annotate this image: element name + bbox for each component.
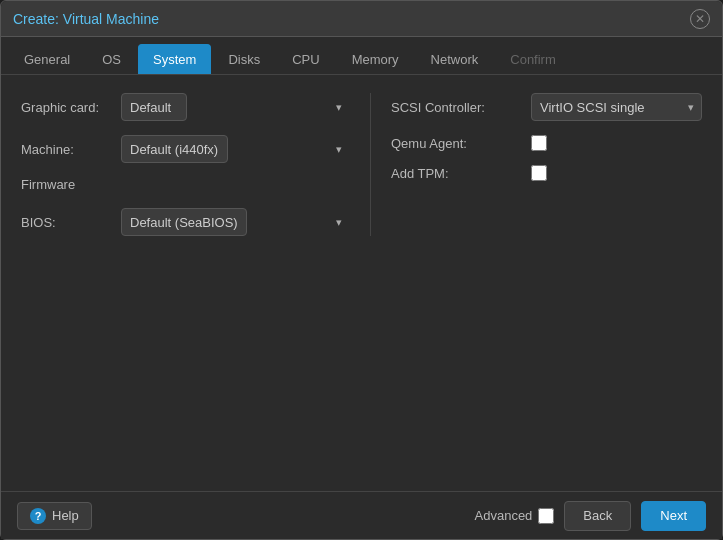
left-section: Graphic card: Default VirtIO VMware SPIC… — [21, 93, 350, 236]
add-tpm-checkbox-wrapper — [531, 165, 547, 181]
machine-select[interactable]: Default (i440fx) pc q35 — [121, 135, 228, 163]
bios-select-wrapper: Default (SeaBIOS) OVMF/UEFI — [121, 208, 350, 236]
close-icon: ✕ — [695, 13, 705, 25]
tab-memory[interactable]: Memory — [337, 44, 414, 74]
add-tpm-checkbox[interactable] — [531, 165, 547, 181]
sections-container: Graphic card: Default VirtIO VMware SPIC… — [21, 93, 702, 236]
qemu-agent-label: Qemu Agent: — [391, 136, 531, 151]
graphic-card-select-wrapper: Default VirtIO VMware SPICE — [121, 93, 350, 121]
right-section: SCSI Controller: VirtIO SCSI single LSI … — [391, 93, 702, 236]
add-tpm-row: Add TPM: — [391, 165, 702, 181]
tab-system[interactable]: System — [138, 44, 211, 74]
tab-bar: General OS System Disks CPU Memory Netwo… — [1, 37, 722, 75]
scsi-controller-label: SCSI Controller: — [391, 100, 531, 115]
bios-select[interactable]: Default (SeaBIOS) OVMF/UEFI — [121, 208, 247, 236]
help-button[interactable]: ? Help — [17, 502, 92, 530]
section-divider — [370, 93, 371, 236]
graphic-card-label: Graphic card: — [21, 100, 121, 115]
footer: ? Help Advanced Back Next — [1, 491, 722, 539]
add-tpm-label: Add TPM: — [391, 166, 531, 181]
tab-os[interactable]: OS — [87, 44, 136, 74]
help-icon: ? — [30, 508, 46, 524]
qemu-agent-row: Qemu Agent: — [391, 135, 702, 151]
window-title: Create: Virtual Machine — [13, 11, 159, 27]
scsi-controller-row: SCSI Controller: VirtIO SCSI single LSI … — [391, 93, 702, 121]
firmware-row: Firmware — [21, 177, 350, 194]
tab-disks[interactable]: Disks — [213, 44, 275, 74]
graphic-card-row: Graphic card: Default VirtIO VMware SPIC… — [21, 93, 350, 121]
form-content: Graphic card: Default VirtIO VMware SPIC… — [1, 75, 722, 491]
close-button[interactable]: ✕ — [690, 9, 710, 29]
scsi-controller-select[interactable]: VirtIO SCSI single LSI 53C895A MegaRAID … — [531, 93, 702, 121]
machine-label: Machine: — [21, 142, 121, 157]
virtual-machine-window: Create: Virtual Machine ✕ General OS Sys… — [0, 0, 723, 540]
firmware-heading: Firmware — [21, 177, 75, 192]
graphic-card-select[interactable]: Default VirtIO VMware SPICE — [121, 93, 187, 121]
qemu-agent-checkbox[interactable] — [531, 135, 547, 151]
machine-row: Machine: Default (i440fx) pc q35 — [21, 135, 350, 163]
advanced-label-text: Advanced — [475, 508, 533, 523]
tab-network[interactable]: Network — [416, 44, 494, 74]
tab-confirm: Confirm — [495, 44, 571, 74]
advanced-checkbox[interactable] — [538, 508, 554, 524]
tab-general[interactable]: General — [9, 44, 85, 74]
help-label: Help — [52, 508, 79, 523]
bios-row: BIOS: Default (SeaBIOS) OVMF/UEFI — [21, 208, 350, 236]
machine-select-wrapper: Default (i440fx) pc q35 — [121, 135, 350, 163]
qemu-agent-checkbox-wrapper — [531, 135, 547, 151]
scsi-select-wrapper: VirtIO SCSI single LSI 53C895A MegaRAID … — [531, 93, 702, 121]
bios-label: BIOS: — [21, 215, 121, 230]
footer-left: ? Help — [17, 502, 92, 530]
next-button[interactable]: Next — [641, 501, 706, 531]
advanced-label-container[interactable]: Advanced — [475, 508, 555, 524]
title-bar: Create: Virtual Machine ✕ — [1, 1, 722, 37]
tab-cpu[interactable]: CPU — [277, 44, 334, 74]
back-button[interactable]: Back — [564, 501, 631, 531]
footer-right: Advanced Back Next — [475, 501, 706, 531]
